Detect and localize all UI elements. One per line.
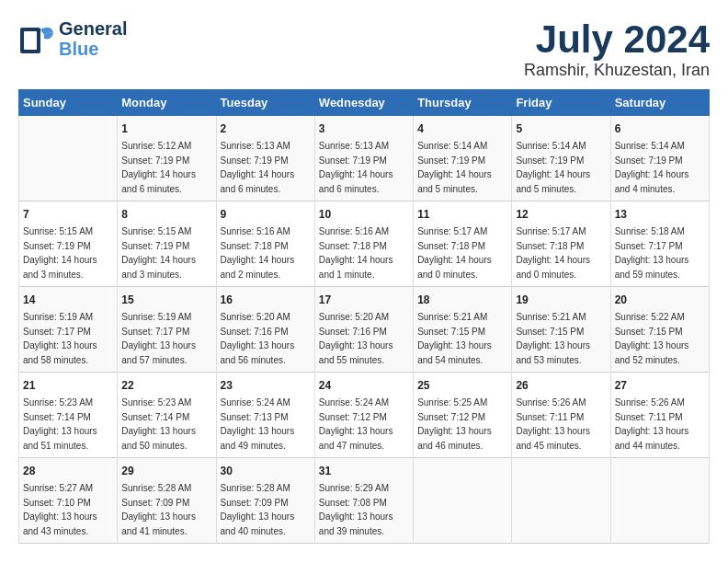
weekday-header-sunday: Sunday — [19, 90, 118, 116]
calendar-cell: 22Sunrise: 5:23 AM Sunset: 7:14 PM Dayli… — [118, 373, 216, 458]
calendar-cell: 16Sunrise: 5:20 AM Sunset: 7:16 PM Dayli… — [216, 287, 314, 373]
calendar-cell: 10Sunrise: 5:16 AM Sunset: 7:18 PM Dayli… — [314, 201, 413, 287]
weekday-header-tuesday: Tuesday — [216, 90, 314, 116]
day-number: 31 — [319, 463, 409, 479]
day-info: Sunrise: 5:16 AM Sunset: 7:18 PM Dayligh… — [221, 224, 311, 282]
svg-rect-1 — [24, 31, 37, 50]
calendar-cell — [610, 458, 709, 544]
day-number: 25 — [417, 377, 507, 394]
day-number: 13 — [615, 206, 705, 223]
day-info: Sunrise: 5:20 AM Sunset: 7:16 PM Dayligh… — [221, 310, 311, 367]
day-number: 27 — [615, 377, 705, 394]
day-info: Sunrise: 5:23 AM Sunset: 7:14 PM Dayligh… — [23, 396, 113, 453]
week-row-5: 28Sunrise: 5:27 AM Sunset: 7:10 PM Dayli… — [19, 458, 710, 544]
weekday-header-thursday: Thursday — [414, 90, 512, 116]
day-info: Sunrise: 5:23 AM Sunset: 7:14 PM Dayligh… — [121, 396, 211, 453]
calendar-cell: 6Sunrise: 5:14 AM Sunset: 7:19 PM Daylig… — [610, 116, 709, 201]
day-number: 22 — [121, 377, 211, 394]
day-number: 6 — [615, 121, 705, 137]
day-info: Sunrise: 5:27 AM Sunset: 7:10 PM Dayligh… — [23, 481, 113, 538]
day-number: 8 — [121, 206, 211, 223]
day-number: 18 — [417, 292, 507, 308]
calendar-cell: 23Sunrise: 5:24 AM Sunset: 7:13 PM Dayli… — [216, 373, 314, 458]
calendar-cell: 29Sunrise: 5:28 AM Sunset: 7:09 PM Dayli… — [118, 458, 216, 544]
day-number: 7 — [23, 206, 113, 223]
day-number: 1 — [121, 121, 211, 137]
calendar-cell: 25Sunrise: 5:25 AM Sunset: 7:12 PM Dayli… — [414, 373, 512, 458]
logo-general: General — [59, 18, 127, 39]
day-info: Sunrise: 5:13 AM Sunset: 7:19 PM Dayligh… — [221, 139, 311, 196]
calendar-cell: 13Sunrise: 5:18 AM Sunset: 7:17 PM Dayli… — [610, 201, 709, 287]
day-info: Sunrise: 5:14 AM Sunset: 7:19 PM Dayligh… — [615, 139, 705, 196]
calendar-cell: 18Sunrise: 5:21 AM Sunset: 7:15 PM Dayli… — [414, 287, 512, 373]
calendar-table: SundayMondayTuesdayWednesdayThursdayFrid… — [18, 89, 710, 544]
day-number: 28 — [23, 463, 113, 479]
calendar-cell: 12Sunrise: 5:17 AM Sunset: 7:18 PM Dayli… — [512, 201, 610, 287]
day-number: 4 — [417, 121, 507, 137]
day-info: Sunrise: 5:24 AM Sunset: 7:12 PM Dayligh… — [319, 396, 409, 453]
day-number: 24 — [319, 377, 409, 394]
day-info: Sunrise: 5:14 AM Sunset: 7:19 PM Dayligh… — [417, 139, 507, 196]
calendar-body: 1Sunrise: 5:12 AM Sunset: 7:19 PM Daylig… — [19, 116, 710, 544]
day-info: Sunrise: 5:28 AM Sunset: 7:09 PM Dayligh… — [121, 481, 211, 538]
day-number: 9 — [221, 206, 311, 223]
page-header: General Blue July 2024 Ramshir, Khuzesta… — [18, 18, 710, 80]
logo: General Blue — [18, 18, 127, 59]
day-info: Sunrise: 5:22 AM Sunset: 7:15 PM Dayligh… — [615, 310, 705, 367]
day-info: Sunrise: 5:26 AM Sunset: 7:11 PM Dayligh… — [615, 396, 705, 453]
day-number: 12 — [516, 206, 606, 223]
calendar-cell: 2Sunrise: 5:13 AM Sunset: 7:19 PM Daylig… — [216, 116, 314, 201]
calendar-cell: 19Sunrise: 5:21 AM Sunset: 7:15 PM Dayli… — [512, 287, 610, 373]
day-info: Sunrise: 5:21 AM Sunset: 7:15 PM Dayligh… — [417, 310, 507, 367]
day-info: Sunrise: 5:19 AM Sunset: 7:17 PM Dayligh… — [23, 310, 113, 367]
calendar-cell: 24Sunrise: 5:24 AM Sunset: 7:12 PM Dayli… — [314, 373, 413, 458]
day-info: Sunrise: 5:14 AM Sunset: 7:19 PM Dayligh… — [516, 139, 606, 196]
calendar-cell: 31Sunrise: 5:29 AM Sunset: 7:08 PM Dayli… — [314, 458, 413, 544]
weekday-header-wednesday: Wednesday — [314, 90, 413, 116]
month-title: July 2024 — [524, 18, 710, 61]
calendar-cell: 20Sunrise: 5:22 AM Sunset: 7:15 PM Dayli… — [610, 287, 709, 373]
day-info: Sunrise: 5:12 AM Sunset: 7:19 PM Dayligh… — [121, 139, 211, 196]
calendar-cell: 28Sunrise: 5:27 AM Sunset: 7:10 PM Dayli… — [19, 458, 118, 544]
day-number: 17 — [319, 292, 409, 308]
day-number: 19 — [516, 292, 606, 308]
day-number: 29 — [121, 463, 211, 479]
calendar-cell — [512, 458, 610, 544]
calendar-cell: 8Sunrise: 5:15 AM Sunset: 7:19 PM Daylig… — [118, 201, 216, 287]
day-number: 2 — [221, 121, 311, 137]
calendar-cell: 11Sunrise: 5:17 AM Sunset: 7:18 PM Dayli… — [414, 201, 512, 287]
day-number: 11 — [417, 206, 507, 223]
day-info: Sunrise: 5:29 AM Sunset: 7:08 PM Dayligh… — [319, 481, 409, 538]
logo-blue: Blue — [59, 39, 127, 59]
day-info: Sunrise: 5:17 AM Sunset: 7:18 PM Dayligh… — [417, 224, 507, 282]
day-info: Sunrise: 5:15 AM Sunset: 7:19 PM Dayligh… — [23, 224, 113, 282]
day-number: 20 — [615, 292, 705, 308]
day-info: Sunrise: 5:15 AM Sunset: 7:19 PM Dayligh… — [121, 224, 211, 282]
week-row-4: 21Sunrise: 5:23 AM Sunset: 7:14 PM Dayli… — [19, 373, 710, 458]
day-info: Sunrise: 5:24 AM Sunset: 7:13 PM Dayligh… — [221, 396, 311, 453]
day-number: 5 — [516, 121, 606, 137]
day-info: Sunrise: 5:16 AM Sunset: 7:18 PM Dayligh… — [319, 224, 409, 282]
day-info: Sunrise: 5:28 AM Sunset: 7:09 PM Dayligh… — [221, 481, 311, 538]
day-number: 15 — [121, 292, 211, 308]
day-info: Sunrise: 5:17 AM Sunset: 7:18 PM Dayligh… — [516, 224, 606, 282]
day-info: Sunrise: 5:13 AM Sunset: 7:19 PM Dayligh… — [319, 139, 409, 196]
day-info: Sunrise: 5:18 AM Sunset: 7:17 PM Dayligh… — [615, 224, 705, 282]
week-row-1: 1Sunrise: 5:12 AM Sunset: 7:19 PM Daylig… — [19, 116, 710, 201]
calendar-cell: 30Sunrise: 5:28 AM Sunset: 7:09 PM Dayli… — [216, 458, 314, 544]
calendar-cell — [414, 458, 512, 544]
calendar-cell: 7Sunrise: 5:15 AM Sunset: 7:19 PM Daylig… — [19, 201, 118, 287]
day-number: 23 — [221, 377, 311, 394]
weekday-header-row: SundayMondayTuesdayWednesdayThursdayFrid… — [19, 90, 710, 116]
day-number: 21 — [23, 377, 113, 394]
week-row-3: 14Sunrise: 5:19 AM Sunset: 7:17 PM Dayli… — [19, 287, 710, 373]
day-info: Sunrise: 5:21 AM Sunset: 7:15 PM Dayligh… — [516, 310, 606, 367]
calendar-cell — [19, 116, 118, 201]
day-number: 3 — [319, 121, 409, 137]
day-info: Sunrise: 5:25 AM Sunset: 7:12 PM Dayligh… — [417, 396, 507, 453]
calendar-cell: 3Sunrise: 5:13 AM Sunset: 7:19 PM Daylig… — [314, 116, 413, 201]
calendar-cell: 21Sunrise: 5:23 AM Sunset: 7:14 PM Dayli… — [19, 373, 118, 458]
calendar-cell: 26Sunrise: 5:26 AM Sunset: 7:11 PM Dayli… — [512, 373, 610, 458]
calendar-cell: 17Sunrise: 5:20 AM Sunset: 7:16 PM Dayli… — [314, 287, 413, 373]
week-row-2: 7Sunrise: 5:15 AM Sunset: 7:19 PM Daylig… — [19, 201, 710, 287]
